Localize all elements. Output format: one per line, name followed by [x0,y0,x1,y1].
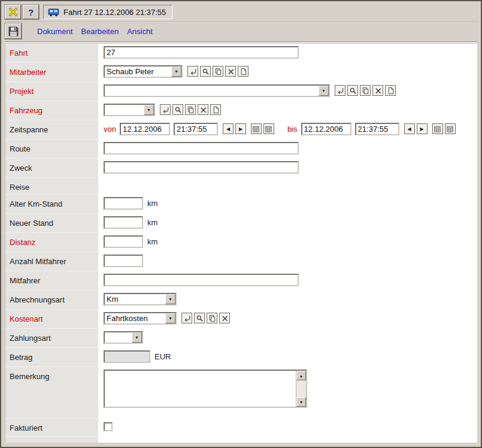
field-label-route: Route [5,140,98,159]
bis-calendar-time-button[interactable] [445,123,456,134]
fahrt-input[interactable] [104,46,299,59]
fahrzeug-open-button[interactable] [160,104,171,115]
zahlungsart-select-value [105,332,132,343]
search-icon [349,87,357,95]
alter-km-input[interactable] [104,197,143,210]
calendar-icon [252,125,260,133]
form-row-zweck: Zweck [5,159,477,178]
bemerkung-textarea[interactable] [105,371,298,407]
menu-divider [5,41,477,43]
page-title: Fahrt 27 12.12.2006 21:37:55 [63,8,166,17]
open-record-icon [162,106,169,114]
bis-time-input[interactable] [355,123,399,135]
bemerkung-textarea-frame: ▲ ▼ [104,370,307,408]
field-label-fahrt: Fahrt [5,44,98,63]
bis-prev-button[interactable]: ◀ [404,123,415,134]
search-icon [174,106,182,114]
search-icon [202,68,210,75]
fahrzeug-clear-button[interactable] [198,104,208,115]
betrag-input [104,350,150,363]
kostenart-search-button[interactable] [194,313,205,323]
field-label-distanz: Distanz [5,233,98,252]
kostenart-select[interactable]: Fahrtkosten ▼ [104,312,177,325]
von-time-input[interactable] [174,123,218,135]
mitfahrer-input[interactable] [104,274,299,286]
fahrzeug-select[interactable]: ▼ [104,104,155,116]
projekt-select-value [105,86,319,96]
vehicle-icon [48,8,59,17]
scroll-up-button[interactable]: ▲ [296,371,306,380]
new-record-icon [212,106,220,114]
projekt-open-button[interactable] [335,85,345,96]
alter-km-unit: km [147,197,157,208]
open-record-icon [337,87,344,95]
field-label-fahrzeug: Fahrzeug [5,101,98,120]
fakturiert-checkbox[interactable] [104,422,113,431]
projekt-clear-button[interactable] [372,85,383,96]
fahrzeug-new-button[interactable] [210,104,221,115]
projekt-search-button[interactable] [347,85,358,96]
bis-next-button[interactable]: ▶ [417,123,428,134]
new-record-icon [387,87,395,95]
form-row-neuer-stand: Neuer Stand km [5,214,477,233]
calendar-icon [446,125,454,133]
chevron-down-icon: ▼ [144,105,154,115]
field-label-zahlungsart: Zahlungsart [5,329,98,348]
field-label-zweck: Zweck [5,159,98,178]
open-record-icon [189,68,197,75]
bis-calendar-button[interactable] [432,123,443,134]
zahlungsart-select[interactable]: ▼ [104,331,143,344]
abrechnungsart-select[interactable]: Km ▼ [104,293,177,305]
distanz-input[interactable] [104,235,143,248]
route-input[interactable] [104,142,299,155]
field-label-anzahl-mitfahrer: Anzahl Mitfahrer [5,252,98,271]
fahrzeug-copy-button[interactable] [185,104,196,115]
menu-ansicht[interactable]: Ansicht [127,27,153,36]
save-button[interactable] [5,23,22,39]
betrag-unit: EUR [154,350,171,361]
bis-date-input[interactable] [301,123,351,135]
form-row-betrag: Betrag EUR [5,348,477,367]
mitarbeiter-copy-button[interactable] [213,66,223,77]
menu-bar: Dokument Bearbeiten Ansicht [5,22,477,41]
projekt-select[interactable]: ▼ [104,84,330,97]
mitarbeiter-search-button[interactable] [200,66,211,77]
mitarbeiter-open-button[interactable] [187,66,198,77]
mitarbeiter-select-value: Schaub Peter [105,66,171,77]
scroll-down-button[interactable]: ▼ [296,397,306,407]
mitarbeiter-new-button[interactable] [238,66,248,77]
anzahl-mitfahrer-input[interactable] [104,255,143,267]
fahrzeug-search-button[interactable] [172,104,183,115]
projekt-new-button[interactable] [385,85,396,96]
help-button[interactable]: ? [23,5,39,19]
von-calendar-button[interactable] [251,123,262,134]
mitarbeiter-select[interactable]: Schaub Peter ▼ [104,65,183,78]
neuer-stand-unit: km [147,216,157,227]
close-button[interactable] [5,5,21,19]
title-bar: ? Fahrt 27 12.12.2006 21:37:55 [5,5,477,22]
kostenart-copy-button[interactable] [207,313,217,323]
kostenart-open-button[interactable] [181,313,192,323]
von-prev-button[interactable]: ◀ [223,123,234,134]
von-date-input[interactable] [120,123,170,135]
zweck-input[interactable] [104,161,299,174]
form-row-kostenart: Kostenart Fahrtkosten ▼ [5,310,477,329]
distanz-unit: km [147,235,157,246]
menu-bearbeiten[interactable]: Bearbeiten [81,27,119,36]
bemerkung-scrollbar[interactable]: ▲ ▼ [296,371,306,407]
neuer-stand-input[interactable] [104,216,143,229]
copy-icon [187,106,195,114]
form-row-reise: Reise [5,178,477,195]
form-row-fahrzeug: Fahrzeug ▼ [5,101,477,120]
mitarbeiter-clear-button[interactable] [225,66,236,77]
clear-icon [227,68,235,75]
chevron-down-icon: ▼ [132,332,142,343]
copy-icon [362,87,369,95]
chevron-down-icon: ▼ [165,313,175,323]
form-row-route: Route [5,140,477,159]
von-calendar-time-button[interactable] [263,123,274,134]
menu-dokument[interactable]: Dokument [37,27,72,36]
kostenart-clear-button[interactable] [219,313,230,323]
von-next-button[interactable]: ▶ [235,123,246,134]
projekt-copy-button[interactable] [360,85,371,96]
